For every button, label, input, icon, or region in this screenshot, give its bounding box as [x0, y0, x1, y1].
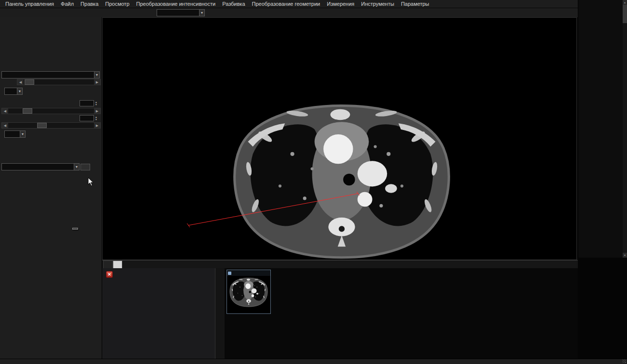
measurement-line[interactable]	[187, 192, 360, 227]
menu-item[interactable]: Правка	[77, 0, 102, 7]
lut-select[interactable]: ▼	[4, 130, 26, 138]
slider-left-arrow[interactable]: ◀	[2, 123, 8, 128]
width-spinner[interactable]: ▲▼	[79, 115, 97, 121]
level-slider-track[interactable]	[8, 108, 94, 114]
fps-select[interactable]: ▼	[4, 88, 23, 95]
level-spinner[interactable]: ▲▼	[79, 100, 97, 106]
spinner-arrows[interactable]: ▲▼	[95, 116, 97, 121]
frame-slider-thumb[interactable]	[25, 79, 34, 85]
scrollbar-thumb[interactable]	[623, 5, 627, 23]
series-visibility-icon[interactable]	[228, 272, 231, 275]
width-value[interactable]	[80, 115, 94, 121]
scroll-down-icon[interactable]: ▼	[623, 253, 627, 258]
chevron-down-icon[interactable]: ▼	[20, 131, 25, 137]
menu-item[interactable]: Измерения	[323, 0, 358, 7]
menu-item[interactable]: Разбивка	[219, 0, 248, 7]
close-patient-button[interactable]: ✕	[106, 271, 113, 278]
chevron-down-icon[interactable]: ▼	[17, 88, 22, 94]
image-viewport[interactable]	[102, 17, 577, 260]
menu-item[interactable]: Просмотр	[102, 0, 133, 7]
menu-item[interactable]: Инструменты	[358, 0, 398, 7]
mouse-cursor	[88, 177, 94, 187]
scrollbar-track[interactable]	[623, 5, 627, 253]
frame-slider[interactable]: ◀ ▶	[17, 79, 101, 85]
chevron-down-icon[interactable]: ▼	[94, 72, 99, 78]
menu-item[interactable]: Преобразование интенсивности	[133, 0, 219, 7]
top-toolbar: ▼	[0, 8, 578, 17]
menu-item[interactable]: Параметры	[398, 0, 433, 7]
menu-item[interactable]: Панель управления	[2, 0, 57, 7]
slider-right-arrow[interactable]: ▶	[94, 123, 100, 128]
thumbnail-scrollbar[interactable]: ▲ ▼	[623, 0, 627, 258]
bottom-tab-bar	[102, 260, 578, 268]
level-value[interactable]	[80, 100, 94, 106]
playback-row: ▼	[1, 88, 25, 95]
thumbnail-strip: ▲ ▼	[578, 0, 627, 258]
series-combobox[interactable]: ▼	[157, 9, 205, 16]
series-thumbnail-image[interactable]	[227, 276, 270, 308]
slider-left-arrow[interactable]: ◀	[2, 108, 8, 114]
scroll-up-icon[interactable]: ▲	[623, 0, 627, 5]
status-bar	[0, 359, 627, 364]
left-tool-panel: ▼ ◀ ▶ ▼ ▲▼	[0, 17, 102, 359]
level-slider[interactable]: ◀ ▶	[1, 108, 101, 114]
level-slider-thumb[interactable]	[23, 108, 32, 114]
lut-row: ▼	[1, 130, 26, 138]
patient-info-box: ✕	[102, 268, 215, 359]
series-select[interactable]: ▼	[1, 71, 100, 78]
chevron-down-icon[interactable]: ▼	[199, 10, 204, 16]
width-slider[interactable]: ◀ ▶	[1, 122, 101, 129]
annotation-preset-select[interactable]: ▼	[1, 163, 80, 170]
spinner-arrows[interactable]: ▲▼	[95, 101, 97, 106]
menu-item[interactable]: Преобразование геометрии	[249, 0, 324, 7]
bottom-right-area	[578, 258, 627, 359]
tab-patient-study[interactable]	[113, 260, 122, 268]
slider-right-arrow[interactable]: ▶	[94, 108, 100, 114]
width-slider-thumb[interactable]	[37, 123, 47, 128]
series-card-header	[227, 270, 270, 276]
chevron-down-icon[interactable]: ▼	[74, 164, 79, 170]
series-thumbnail-area	[225, 268, 578, 359]
frame-slider-track[interactable]	[24, 79, 94, 85]
apply-preset-button[interactable]	[80, 164, 90, 170]
width-slider-track[interactable]	[8, 123, 94, 128]
resize-grip[interactable]	[622, 359, 626, 363]
series-sort-column	[215, 268, 225, 359]
slider-left-arrow[interactable]: ◀	[17, 79, 24, 85]
tooltip	[72, 228, 78, 230]
thumbnail-list	[578, 0, 623, 258]
dicom-viewer-app: Панель управленияФайлПравкаПросмотрПреоб…	[0, 0, 627, 364]
slider-right-arrow[interactable]: ▶	[94, 79, 100, 85]
menu-bar: Панель управленияФайлПравкаПросмотрПреоб…	[0, 0, 578, 8]
study-browser-panel: ✕	[102, 268, 578, 359]
series-card[interactable]	[227, 270, 271, 314]
menu-item[interactable]: Файл	[57, 0, 77, 7]
measurement-overlay	[103, 18, 577, 260]
tab-unsorted[interactable]	[103, 260, 113, 268]
